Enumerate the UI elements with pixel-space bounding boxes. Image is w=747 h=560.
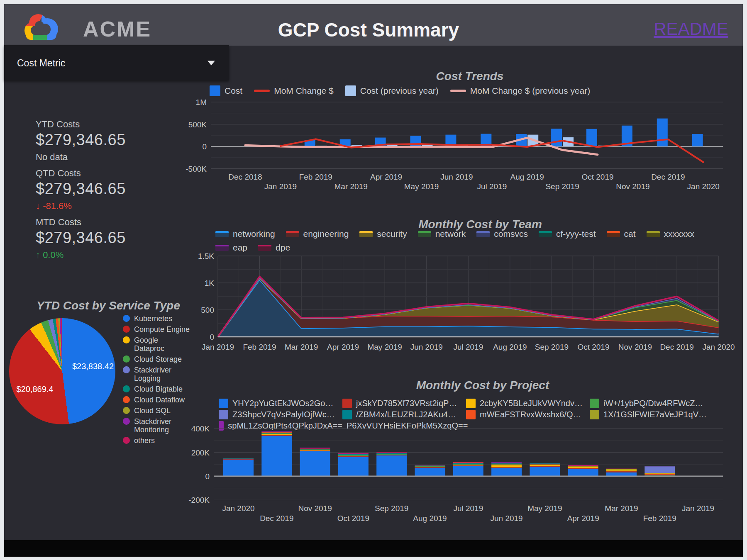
svg-text:May 2019: May 2019	[367, 343, 402, 351]
svg-text:Jan 2020: Jan 2020	[222, 504, 254, 513]
svg-text:Dec 2019: Dec 2019	[260, 514, 293, 523]
svg-text:Jan 2019: Jan 2019	[264, 182, 297, 191]
svg-text:Jul 2019: Jul 2019	[477, 182, 507, 191]
svg-text:0: 0	[205, 472, 210, 481]
svg-text:Sep 2019: Sep 2019	[375, 504, 408, 513]
svg-text:Aug 2019: Aug 2019	[510, 173, 544, 181]
svg-text:Apr 2019: Apr 2019	[567, 514, 599, 523]
svg-text:May 2019: May 2019	[404, 182, 439, 191]
svg-text:Nov 2019: Nov 2019	[616, 182, 649, 191]
svg-text:Mar 2019: Mar 2019	[605, 504, 638, 513]
svg-text:500: 500	[201, 306, 214, 314]
svg-text:Aug 2019: Aug 2019	[413, 514, 447, 523]
svg-text:0: 0	[210, 333, 214, 341]
svg-text:Feb 2019: Feb 2019	[299, 173, 332, 181]
svg-text:500K: 500K	[188, 120, 207, 129]
svg-text:Oct 2019: Oct 2019	[581, 173, 613, 181]
svg-text:Jan 2019: Jan 2019	[682, 504, 714, 513]
svg-text:Jun 2019: Jun 2019	[440, 173, 473, 181]
svg-text:Jul 2019: Jul 2019	[453, 343, 483, 351]
svg-text:Nov 2019: Nov 2019	[618, 343, 652, 351]
svg-text:1.5K: 1.5K	[198, 252, 214, 261]
svg-text:200K: 200K	[191, 448, 210, 457]
svg-text:May 2019: May 2019	[527, 504, 562, 513]
svg-text:Apr 2019: Apr 2019	[327, 343, 359, 351]
svg-text:Oct 2019: Oct 2019	[337, 514, 369, 523]
svg-text:1M: 1M	[196, 98, 207, 107]
svg-text:Dec 2019: Dec 2019	[651, 173, 685, 181]
svg-text:-500K: -500K	[186, 165, 207, 173]
svg-text:Dec 2019: Dec 2019	[660, 343, 693, 351]
svg-text:Sep 2019: Sep 2019	[545, 182, 579, 191]
svg-text:Feb 2019: Feb 2019	[643, 514, 676, 523]
footer-bar	[4, 540, 743, 557]
svg-text:Oct 2019: Oct 2019	[577, 343, 609, 351]
svg-text:Jan 2020: Jan 2020	[687, 182, 720, 191]
svg-text:Mar 2019: Mar 2019	[334, 182, 368, 191]
svg-text:Nov 2019: Nov 2019	[298, 504, 332, 513]
svg-text:Sep 2019: Sep 2019	[535, 343, 569, 351]
svg-text:0: 0	[202, 142, 207, 151]
svg-text:Jan 2020: Jan 2020	[703, 343, 735, 351]
svg-text:Jun 2019: Jun 2019	[491, 514, 523, 523]
svg-text:Mar 2019: Mar 2019	[285, 343, 318, 351]
svg-text:Jan 2019: Jan 2019	[202, 343, 234, 351]
svg-text:Aug 2019: Aug 2019	[493, 343, 527, 351]
dashboard: ACME GCP Cost Summary README Cost Metric…	[0, 0, 747, 560]
charts-canvas: 1M500K0-500KDec 2018Jan 2019Feb 2019Mar …	[0, 0, 747, 560]
svg-text:Jun 2019: Jun 2019	[410, 343, 443, 351]
svg-text:Feb 2019: Feb 2019	[243, 343, 276, 351]
svg-text:Jul 2019: Jul 2019	[453, 504, 483, 513]
svg-text:Apr 2019: Apr 2019	[370, 173, 402, 181]
svg-text:-200K: -200K	[188, 496, 210, 504]
svg-text:400K: 400K	[191, 424, 210, 433]
svg-text:1K: 1K	[205, 279, 215, 287]
svg-text:Dec 2018: Dec 2018	[228, 173, 262, 181]
